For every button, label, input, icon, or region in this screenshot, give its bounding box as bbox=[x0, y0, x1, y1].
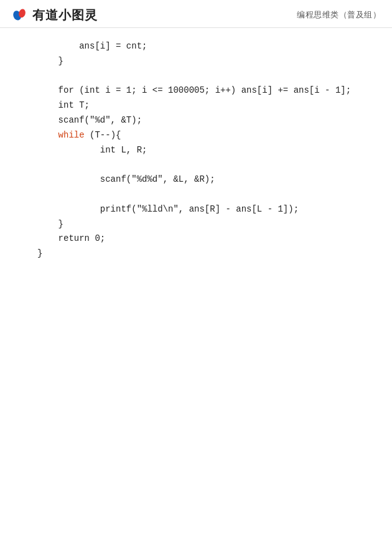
code-line: } bbox=[37, 217, 392, 232]
code-line: scanf("%d%d", &L, &R); bbox=[37, 172, 392, 187]
logo-text: 有道小图灵 bbox=[32, 7, 98, 24]
code-line: return 0; bbox=[37, 232, 392, 246]
code-line bbox=[37, 157, 392, 172]
code-line: printf("%lld\n", ans[R] - ans[L - 1]); bbox=[37, 202, 392, 217]
code-area: ans[i] = cnt; } for (int i = 1; i <= 100… bbox=[0, 28, 392, 261]
code-line: int L, R; bbox=[37, 143, 392, 158]
code-line: scanf("%d", &T); bbox=[37, 113, 392, 128]
logo-area: 有道小图灵 bbox=[11, 6, 98, 24]
code-line: } bbox=[37, 54, 392, 69]
logo-icon bbox=[11, 6, 29, 24]
code-line bbox=[37, 187, 392, 202]
code-line: ans[i] = cnt; bbox=[37, 39, 392, 54]
code-line: } bbox=[37, 246, 392, 261]
code-line: int T; bbox=[37, 98, 392, 113]
header-subtitle: 编程思维类（普及组） bbox=[297, 9, 381, 21]
code-line: for (int i = 1; i <= 1000005; i++) ans[i… bbox=[37, 83, 392, 98]
header: 有道小图灵 编程思维类（普及组） bbox=[0, 0, 392, 28]
code-line: while (T--){ bbox=[37, 128, 392, 143]
code-line bbox=[37, 69, 392, 84]
